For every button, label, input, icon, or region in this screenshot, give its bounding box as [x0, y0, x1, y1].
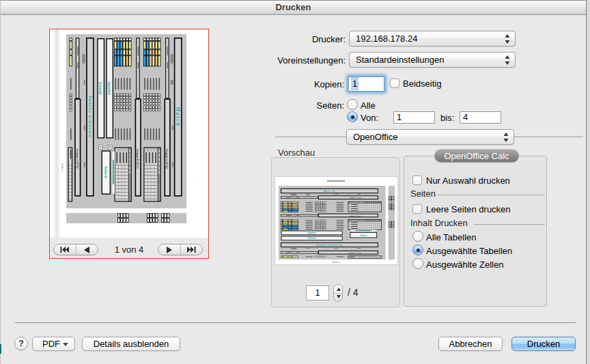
cancel-button[interactable]: Abbrechen	[438, 337, 503, 351]
pages-group-label: Seiten	[410, 188, 436, 199]
stepper-up-icon	[337, 288, 341, 291]
pages-from-input[interactable]: 1	[393, 111, 435, 124]
page-indicator: 1 von 4	[107, 244, 151, 255]
skip-first-icon	[60, 247, 69, 253]
presets-label: Voreinstellungen:	[233, 55, 346, 66]
app-options-popup-value: OpenOffice	[353, 132, 398, 142]
page-edge-shadow	[53, 29, 61, 238]
pages-all-label: Alle	[361, 100, 376, 111]
mini-page-header-smudge	[327, 180, 345, 182]
pages-from-label: Von:	[361, 113, 378, 123]
pages-to-input[interactable]: 4	[460, 111, 501, 124]
stepper-down-icon	[337, 295, 341, 298]
all-tables-radio[interactable]	[412, 231, 423, 242]
preview-page-content	[66, 34, 186, 223]
mini-page-footer: Seite 1	[275, 260, 397, 264]
pdf-button-label: PDF	[42, 337, 60, 350]
page-footer-note: Seite 1	[61, 163, 64, 171]
calc-panel-title: OpenOffice Calc	[434, 150, 519, 163]
hide-details-button[interactable]: Details ausblenden	[82, 337, 180, 351]
selected-cells-radio[interactable]	[412, 258, 423, 269]
popup-arrows-icon	[503, 132, 509, 144]
print-empty-pages-label: Leere Seiten drucken	[426, 204, 511, 214]
print-button[interactable]: Drucken	[511, 337, 576, 351]
nav-group-forward	[158, 244, 203, 255]
pages-to-label: bis:	[440, 113, 454, 123]
footer-separator	[15, 322, 576, 323]
printer-popup[interactable]: 192.168.178.24	[349, 31, 516, 46]
print-selection-label: Nur Auswahl drucken	[426, 176, 510, 186]
desktop-edge-accent	[0, 344, 1, 354]
preview-page-input[interactable]: 1	[306, 285, 329, 300]
skip-last-icon	[187, 247, 196, 253]
pages-from-radio[interactable]	[347, 111, 358, 122]
vorschau-label: Vorschau	[278, 148, 315, 158]
popup-arrows-icon	[505, 55, 510, 67]
page-total-label: / 4	[348, 287, 359, 298]
page-stepper[interactable]	[333, 284, 343, 302]
previous-page-button[interactable]	[76, 244, 98, 255]
next-page-button[interactable]	[158, 244, 180, 255]
copies-label: Kopien:	[233, 79, 344, 89]
first-page-button[interactable]	[54, 244, 76, 255]
content-group-label: Inhalt Drucken	[410, 218, 468, 228]
help-button[interactable]: ?	[14, 337, 28, 350]
print-empty-pages-checkbox[interactable]	[412, 204, 422, 214]
print-dialog-window: Drucken Seite 1 ···	[0, 0, 587, 364]
selected-cells-label: Ausgewählte Zellen	[426, 260, 503, 270]
next-icon	[167, 247, 172, 253]
window-title: Drucken	[1, 1, 586, 14]
titlebar: Drucken	[1, 0, 586, 15]
app-options-popup[interactable]: OpenOffice	[346, 129, 514, 145]
mini-preview-page: Seite 1	[275, 177, 397, 264]
pdf-button[interactable]: PDF	[32, 337, 75, 351]
popup-arrows-icon	[505, 34, 510, 46]
pages-group-line	[438, 195, 545, 195]
presets-popup-value: Standardeinstellungen	[356, 55, 444, 65]
copies-selected-text: 1	[351, 77, 359, 90]
selected-tables-radio[interactable]	[412, 244, 423, 255]
all-tables-label: Alle Tabellen	[426, 232, 476, 242]
preview-navigation: 1 von 4	[50, 243, 208, 255]
duplex-label: Beidseitig	[403, 79, 441, 89]
content-group-line	[473, 224, 545, 225]
selected-tables-label: Ausgewählte Tabellen	[426, 246, 512, 256]
pages-label: Seiten:	[233, 100, 344, 111]
print-preview-area: Seite 1 ··· 1 von 4	[49, 29, 209, 259]
nav-group-back	[53, 244, 98, 255]
pages-all-radio[interactable]	[347, 99, 358, 110]
print-selection-checkbox[interactable]	[412, 176, 422, 185]
duplex-checkbox[interactable]	[390, 79, 399, 88]
pdf-menu-caret-icon	[63, 343, 68, 346]
previous-icon	[84, 247, 89, 253]
mini-preview-content	[279, 186, 395, 260]
last-page-button[interactable]	[180, 244, 203, 255]
printer-label: Drucker:	[233, 34, 346, 44]
preview-page-well: Seite 1 ···	[50, 29, 208, 238]
copies-input[interactable]: 1	[348, 76, 384, 92]
printer-popup-value: 192.168.178.24	[356, 33, 417, 44]
presets-popup[interactable]: Standardeinstellungen	[349, 52, 516, 68]
page-header-note: ···	[192, 177, 195, 180]
